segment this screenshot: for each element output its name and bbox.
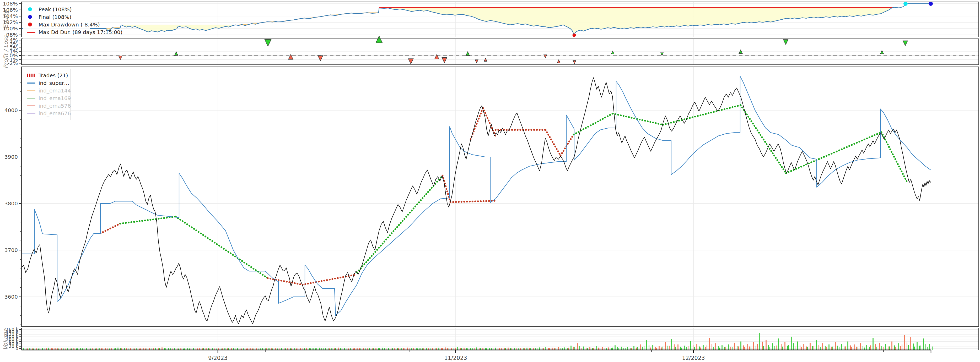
volume-bar bbox=[904, 335, 905, 350]
volume-bar bbox=[243, 348, 244, 350]
volume-bar bbox=[835, 342, 836, 350]
volume-bar bbox=[772, 343, 773, 350]
equity-axis-title: Equity bbox=[3, 6, 9, 33]
ind-ema676-line-icon bbox=[27, 113, 35, 114]
volume-bar bbox=[778, 338, 779, 350]
volume-bar bbox=[703, 345, 704, 350]
svg-text:3600: 3600 bbox=[5, 294, 18, 300]
volume-bar bbox=[652, 345, 653, 350]
legend-item-ind-ema676[interactable]: ind_ema676 bbox=[27, 110, 67, 117]
volume-bar bbox=[665, 342, 666, 350]
x-axis-label: 12/2023 bbox=[682, 355, 705, 361]
legend-item-ind-ema144[interactable]: ind_ema144 bbox=[27, 87, 67, 94]
legend-item-trades[interactable]: Trades (21) bbox=[27, 71, 67, 79]
volume-bar bbox=[325, 348, 326, 350]
volume-bar bbox=[105, 348, 106, 350]
volume-bar bbox=[476, 347, 477, 350]
x-axis-label: 11/2023 bbox=[444, 355, 467, 361]
volume-bar bbox=[765, 340, 767, 350]
svg-text:4000: 4000 bbox=[5, 107, 18, 113]
volume-bar bbox=[829, 345, 829, 350]
ind-ema576-line-icon bbox=[27, 105, 35, 106]
volume-bar bbox=[86, 348, 87, 350]
volume-bar bbox=[621, 347, 622, 350]
volume-bar bbox=[596, 346, 597, 350]
x-axis-label: 9/2023 bbox=[208, 355, 228, 361]
volume-bar bbox=[816, 340, 817, 350]
volume-bar bbox=[640, 345, 641, 350]
svg-text:-2%: -2% bbox=[8, 60, 18, 66]
volume-bar bbox=[180, 348, 181, 350]
volume-bar bbox=[860, 343, 861, 350]
max-dd-duration-line-icon bbox=[27, 32, 35, 33]
volume-bar bbox=[614, 345, 616, 350]
volume-bar bbox=[118, 348, 118, 350]
legend-item-label: Peak (108%) bbox=[38, 6, 72, 13]
svg-text:3700: 3700 bbox=[5, 247, 18, 253]
legend-item-peak[interactable]: Peak (108%) bbox=[27, 5, 86, 13]
legend-item-ind-ema169[interactable]: ind_ema169 bbox=[27, 94, 67, 102]
legend-item-final[interactable]: Final (108%) bbox=[27, 13, 86, 21]
volume-bar bbox=[520, 348, 521, 350]
volume-bar bbox=[338, 348, 339, 350]
volume-bar bbox=[678, 345, 678, 350]
volume-bar bbox=[369, 348, 370, 350]
volume-axis-title: Volume bbox=[2, 325, 9, 354]
equity-max_dd-dot bbox=[573, 33, 576, 37]
volume-bar bbox=[42, 348, 43, 350]
volume-bar bbox=[577, 343, 578, 350]
volume-bar bbox=[715, 343, 716, 350]
volume-bar bbox=[501, 348, 502, 350]
main-chart-legend: Trades (21) ind_super… ind_ema144 ind_em… bbox=[23, 68, 71, 120]
volume-bar bbox=[627, 347, 628, 350]
legend-item-label: Max Dd Dur. (89 days 17:15:00) bbox=[38, 29, 123, 35]
volume-bar bbox=[275, 348, 276, 350]
volume-bar bbox=[168, 348, 169, 350]
volume-bar bbox=[539, 347, 540, 350]
ind-ema144-line-icon bbox=[27, 90, 35, 91]
volume-bar bbox=[388, 348, 389, 350]
chart-canvas: 108%106%104%102%100%98%4%3%2%1%0%-1%-2%4… bbox=[0, 0, 980, 362]
volume-bar bbox=[854, 345, 855, 350]
volume-bar bbox=[527, 348, 528, 350]
volume-bar bbox=[382, 348, 383, 350]
volume-bar bbox=[514, 348, 515, 350]
volume-bar bbox=[671, 339, 672, 350]
volume-bar bbox=[29, 348, 30, 350]
volume-bar bbox=[929, 344, 930, 350]
volume-bar bbox=[646, 340, 647, 350]
volume-bar bbox=[495, 348, 496, 350]
volume-bar bbox=[155, 348, 156, 350]
legend-item-ind-ema576[interactable]: ind_ema576 bbox=[27, 102, 67, 110]
legend-item-ind-super[interactable]: ind_super… bbox=[27, 79, 67, 87]
legend-item-max-dd-duration[interactable]: Max Dd Dur. (89 days 17:15:00) bbox=[27, 28, 86, 36]
volume-bar bbox=[331, 348, 332, 350]
volume-bar bbox=[294, 348, 295, 350]
volume-bar bbox=[231, 348, 232, 350]
volume-bar bbox=[438, 348, 439, 350]
volume-bar bbox=[822, 343, 823, 350]
svg-text:108%: 108% bbox=[3, 0, 18, 7]
volume-bar bbox=[356, 348, 358, 350]
final-dot-icon bbox=[27, 15, 35, 19]
volume-bar bbox=[847, 341, 848, 350]
volume-bar bbox=[633, 346, 635, 350]
legend-item-max-drawdown[interactable]: Max Drawdown (-8.4%) bbox=[27, 21, 86, 28]
volume-bar bbox=[130, 348, 131, 350]
volume-bar bbox=[136, 348, 137, 350]
volume-bar bbox=[149, 348, 150, 350]
volume-bar bbox=[375, 348, 377, 350]
volume-bar bbox=[262, 348, 263, 350]
volume-bar bbox=[80, 348, 81, 350]
volume-bar bbox=[174, 348, 175, 350]
volume-bar bbox=[879, 343, 880, 350]
volume-bar bbox=[608, 347, 609, 350]
peak-dot-icon bbox=[27, 7, 35, 11]
volume-bar bbox=[709, 338, 710, 350]
volume-bar bbox=[740, 341, 741, 350]
legend-item-label: ind_ema576 bbox=[38, 103, 71, 109]
volume-bar bbox=[287, 348, 288, 350]
volume-bar bbox=[753, 342, 754, 350]
volume-bar bbox=[910, 337, 911, 350]
svg-text:0: 0 bbox=[16, 346, 18, 351]
